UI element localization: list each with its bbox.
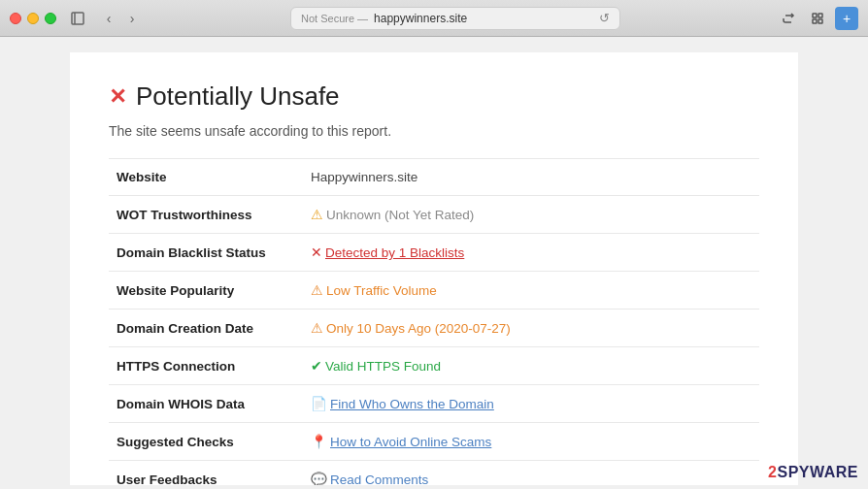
table-row: HTTPS Connection✔Valid HTTPS Found xyxy=(109,347,759,385)
white-panel: ✕ Potentially Unsafe The site seems unsa… xyxy=(70,52,798,485)
svg-rect-4 xyxy=(818,14,822,17)
table-cell-label: HTTPS Connection xyxy=(109,347,303,385)
table-cell-label: WOT Trustworthiness xyxy=(109,196,303,234)
watermark-spyware: SPYWARE xyxy=(777,464,858,480)
table-cell-label: Domain Blacklist Status xyxy=(109,234,303,272)
page-title-row: ✕ Potentially Unsafe xyxy=(109,82,759,112)
table-cell-value: ⚠Unknown (Not Yet Rated) xyxy=(303,196,759,234)
minimize-button[interactable] xyxy=(27,13,39,24)
extensions-button[interactable]: + xyxy=(835,7,858,30)
sidebar-toggle-button[interactable] xyxy=(68,9,87,28)
titlebar: ‹ › Not Secure — happywinners.site ↺ xyxy=(0,0,868,37)
back-button[interactable]: ‹ xyxy=(99,9,118,28)
forward-button[interactable]: › xyxy=(122,9,142,28)
svg-rect-3 xyxy=(813,14,817,17)
table-cell-value[interactable]: 📄Find Who Owns the Domain xyxy=(303,385,759,423)
unsafe-x-icon: ✕ xyxy=(109,84,126,110)
page-subtitle: The site seems unsafe according to this … xyxy=(109,123,759,139)
reload-icon[interactable]: ↺ xyxy=(599,11,610,25)
table-row: Domain Blacklist Status✕Detected by 1 Bl… xyxy=(109,234,759,272)
table-row: Domain WHOIS Data📄Find Who Owns the Doma… xyxy=(109,385,759,423)
page-title: Potentially Unsafe xyxy=(136,82,340,112)
table-cell-value: ⚠Only 10 Days Ago (2020-07-27) xyxy=(303,310,759,347)
table-cell-value[interactable]: 💬Read Comments xyxy=(303,461,759,486)
table-cell-value: ✔Valid HTTPS Found xyxy=(303,347,759,385)
info-table: WebsiteHappywinners.siteWOT Trustworthin… xyxy=(109,158,759,485)
table-cell-value: ✕Detected by 1 Blacklists xyxy=(303,234,759,272)
table-row: Suggested Checks📍How to Avoid Online Sca… xyxy=(109,423,759,461)
watermark: 2SPYWARE xyxy=(768,464,858,481)
browser-content: ✕ Potentially Unsafe The site seems unsa… xyxy=(0,37,868,489)
url-bar-wrapper: Not Secure — happywinners.site ↺ xyxy=(157,7,753,30)
table-row: Website Popularity⚠Low Traffic Volume xyxy=(109,272,759,310)
svg-rect-5 xyxy=(813,19,817,23)
table-cell-value: ⚠Low Traffic Volume xyxy=(303,272,759,310)
table-cell-label: Suggested Checks xyxy=(109,423,303,461)
table-cell-value[interactable]: 📍How to Avoid Online Scams xyxy=(303,423,759,461)
table-cell-label: Website xyxy=(109,159,303,196)
close-button[interactable] xyxy=(10,13,21,24)
nav-buttons: ‹ › xyxy=(99,9,142,28)
table-row: WebsiteHappywinners.site xyxy=(109,159,759,196)
table-cell-label: Domain WHOIS Data xyxy=(109,385,303,423)
table-cell-label: User Feedbacks xyxy=(109,461,303,486)
table-cell-value: Happywinners.site xyxy=(303,159,759,196)
toolbar-right: + xyxy=(777,7,858,30)
svg-rect-0 xyxy=(72,13,83,24)
url-text: happywinners.site xyxy=(374,12,467,25)
not-secure-label: Not Secure — xyxy=(301,13,368,24)
svg-rect-6 xyxy=(818,19,822,23)
table-row: Domain Creation Date⚠Only 10 Days Ago (2… xyxy=(109,310,759,347)
table-row: User Feedbacks💬Read Comments xyxy=(109,461,759,486)
table-cell-label: Website Popularity xyxy=(109,272,303,310)
maximize-button[interactable] xyxy=(45,13,56,24)
table-row: WOT Trustworthiness⚠Unknown (Not Yet Rat… xyxy=(109,196,759,234)
share-button[interactable] xyxy=(777,7,800,30)
table-cell-label: Domain Creation Date xyxy=(109,310,303,347)
traffic-lights xyxy=(10,13,56,24)
url-bar[interactable]: Not Secure — happywinners.site ↺ xyxy=(290,7,620,30)
tab-overview-button[interactable] xyxy=(806,7,829,30)
